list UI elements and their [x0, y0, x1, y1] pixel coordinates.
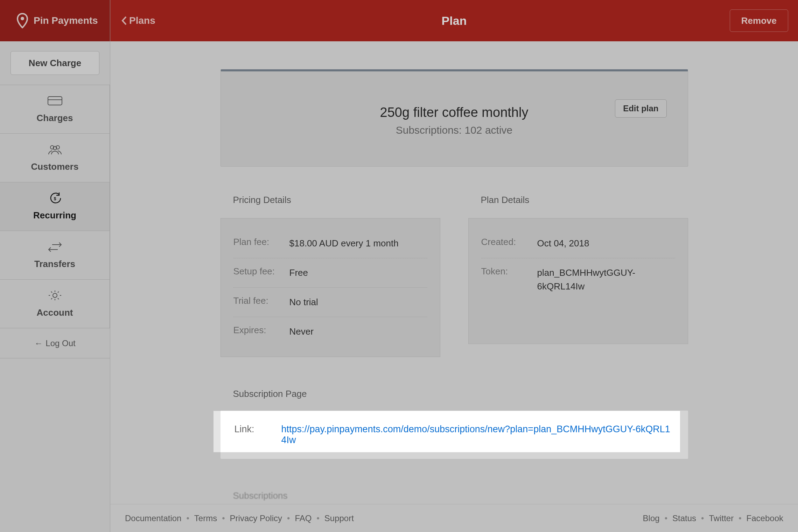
sidebar-item-label: Account — [37, 307, 73, 318]
footer-link-documentation[interactable]: Documentation — [125, 513, 181, 523]
main: Plans Plan Remove Edit plan 250g filter … — [110, 0, 798, 532]
footer-link-status[interactable]: Status — [672, 513, 696, 523]
sidebar-item-recurring[interactable]: $ Recurring — [0, 182, 110, 231]
kv-key: Created: — [481, 237, 537, 250]
plan-details-panel: Plan Details Created: Oct 04, 2018 Token… — [468, 195, 688, 357]
subscriptions-section-title: Subscriptions — [233, 490, 688, 501]
chevron-left-icon — [121, 16, 128, 26]
edit-plan-button[interactable]: Edit plan — [615, 99, 666, 118]
footer-link-blog[interactable]: Blog — [643, 513, 660, 523]
recurring-icon: $ — [47, 192, 63, 204]
transfers-icon — [47, 241, 63, 252]
footer-link-faq[interactable]: FAQ — [295, 513, 312, 523]
svg-point-0 — [21, 17, 24, 20]
kv-row-token: Token: plan_BCMHHwytGGUY-6kQRL14Iw — [481, 258, 675, 301]
kv-row-trial-fee: Trial fee: No trial — [233, 288, 427, 317]
kv-value: Oct 04, 2018 — [537, 237, 589, 250]
new-charge-wrap: New Charge — [0, 41, 110, 85]
link-label: Link: — [234, 424, 269, 446]
arrow-left-icon: ← — [34, 338, 43, 348]
sidebar-item-charges[interactable]: Charges — [0, 85, 110, 134]
footer-link-twitter[interactable]: Twitter — [709, 513, 734, 523]
sidebar: Pin Payments New Charge Charges Customer… — [0, 0, 110, 532]
pricing-details-panel: Pricing Details Plan fee: $18.00 AUD eve… — [220, 195, 440, 357]
logout-label: Log Out — [46, 338, 75, 348]
footer: Documentation• Terms• Privacy Policy• FA… — [110, 504, 798, 532]
footer-link-support[interactable]: Support — [324, 513, 354, 523]
plan-details-title: Plan Details — [481, 195, 688, 205]
footer-link-terms[interactable]: Terms — [194, 513, 217, 523]
subscription-link-panel: Link: https://pay.pinpayments.com/demo/s… — [220, 411, 688, 459]
svg-rect-1 — [48, 97, 62, 105]
brand-name: Pin Payments — [34, 15, 98, 26]
kv-value: Never — [289, 325, 314, 338]
new-charge-button[interactable]: New Charge — [10, 51, 99, 75]
top-header: Plans Plan Remove — [110, 0, 798, 41]
kv-key: Expires: — [233, 325, 289, 338]
page-title: Plan — [110, 14, 798, 28]
sidebar-item-label: Charges — [36, 113, 73, 124]
kv-key: Setup fee: — [233, 266, 289, 280]
kv-key: Token: — [481, 266, 537, 293]
kv-value: $18.00 AUD every 1 month — [289, 237, 399, 250]
sidebar-item-customers[interactable]: Customers — [0, 134, 110, 182]
kv-key: Plan fee: — [233, 237, 289, 250]
subscription-link[interactable]: https://pay.pinpayments.com/demo/subscri… — [281, 424, 674, 446]
people-icon — [47, 144, 63, 155]
kv-row-expires: Expires: Never — [233, 317, 427, 346]
subscription-page-title: Subscription Page — [233, 388, 688, 399]
back-label: Plans — [129, 15, 155, 26]
plan-subtitle: Subscriptions: 102 active — [238, 124, 670, 136]
kv-row-created: Created: Oct 04, 2018 — [481, 229, 675, 258]
svg-point-7 — [53, 293, 57, 298]
kv-value: plan_BCMHHwytGGUY-6kQRL14Iw — [537, 266, 675, 293]
kv-row-setup-fee: Setup fee: Free — [233, 258, 427, 288]
sidebar-item-account[interactable]: Account — [0, 280, 110, 328]
sidebar-item-label: Customers — [31, 161, 79, 172]
brand: Pin Payments — [0, 0, 110, 41]
plan-title: 250g filter coffee monthly — [238, 105, 670, 120]
sidebar-item-transfers[interactable]: Transfers — [0, 231, 110, 280]
svg-text:$: $ — [54, 196, 56, 201]
kv-value: Free — [289, 266, 308, 280]
back-to-plans[interactable]: Plans — [121, 15, 155, 26]
logo-icon — [17, 13, 28, 28]
kv-key: Trial fee: — [233, 295, 289, 309]
logout-link[interactable]: ← Log Out — [0, 328, 110, 358]
sidebar-item-label: Recurring — [33, 210, 76, 221]
pricing-details-title: Pricing Details — [233, 195, 440, 205]
footer-link-facebook[interactable]: Facebook — [747, 513, 783, 523]
kv-row-plan-fee: Plan fee: $18.00 AUD every 1 month — [233, 229, 427, 258]
plan-summary-card: Edit plan 250g filter coffee monthly Sub… — [220, 69, 688, 167]
card-icon — [47, 95, 63, 106]
kv-value: No trial — [289, 295, 318, 309]
remove-button[interactable]: Remove — [730, 9, 788, 32]
content: Edit plan 250g filter coffee monthly Sub… — [110, 41, 798, 532]
sidebar-item-label: Transfers — [34, 259, 75, 270]
gear-icon — [47, 290, 63, 301]
footer-link-privacy[interactable]: Privacy Policy — [230, 513, 282, 523]
